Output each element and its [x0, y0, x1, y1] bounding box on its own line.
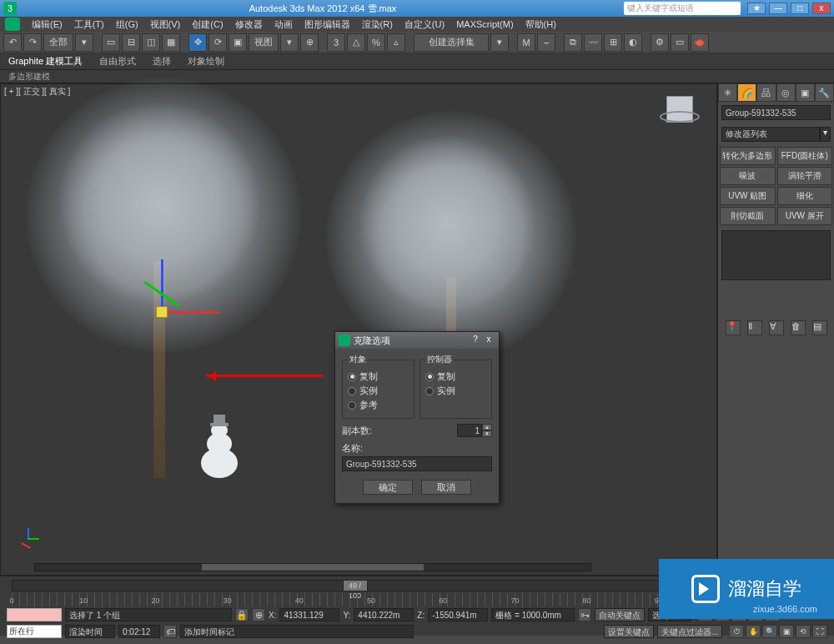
search-input[interactable]: 键入关键字或短语	[624, 2, 741, 15]
name-input[interactable]	[342, 456, 492, 471]
spinner-snap-button[interactable]: ▵	[387, 33, 405, 52]
menu-maxscript[interactable]: MAXScript(M)	[456, 19, 513, 29]
tab-graphite[interactable]: Graphite 建模工具	[8, 55, 83, 68]
time-ruler[interactable]: 0 10 20 30 40 50 60 70 80 90 100	[12, 593, 731, 606]
rendered-frame-button[interactable]: ▭	[671, 33, 689, 52]
modifier-list[interactable]	[721, 127, 820, 142]
btn-noise[interactable]: 噪波	[720, 167, 776, 185]
percent-snap-button[interactable]: %	[367, 33, 385, 52]
nav-maximize-icon[interactable]: ⛶	[812, 625, 827, 638]
menu-customize[interactable]: 自定义(U)	[404, 18, 445, 31]
menu-graph[interactable]: 图形编辑器	[304, 18, 350, 31]
radio-reference[interactable]: 参考	[348, 399, 409, 411]
ok-button[interactable]: 确定	[363, 480, 413, 495]
pivot-button[interactable]: ⊕	[300, 33, 319, 52]
radio-instance[interactable]: 实例	[348, 385, 409, 397]
curve-editor-button[interactable]: 〰	[584, 33, 602, 52]
time-config-button[interactable]: ⏱	[729, 625, 744, 638]
minilistener-input[interactable]: 所在行	[7, 625, 62, 638]
layers-button[interactable]: ⧉	[564, 33, 582, 52]
menu-help[interactable]: 帮助(H)	[525, 18, 556, 31]
mirror-button[interactable]: М	[517, 33, 535, 52]
render-button[interactable]: 🫖	[691, 33, 709, 52]
time-slider-thumb[interactable]: 49 / 100	[343, 580, 368, 591]
make-unique-icon[interactable]: ∀	[769, 320, 784, 335]
select-button[interactable]: ▭	[102, 33, 120, 52]
setkey-button[interactable]: 设置关键点	[604, 625, 654, 638]
transform-gizmo[interactable]	[133, 259, 208, 335]
select-region-button[interactable]: ◫	[142, 33, 160, 52]
menu-render[interactable]: 渲染(R)	[362, 18, 393, 31]
autokey-button[interactable]: 自动关键点	[595, 608, 645, 621]
panel-tab-utilities[interactable]: 🔧	[815, 83, 834, 102]
btn-ffd[interactable]: FFD(圆柱体)	[777, 147, 833, 165]
panel-tab-motion[interactable]: ◎	[776, 83, 796, 102]
viewport-scrollbar-h[interactable]	[34, 563, 591, 571]
menu-group[interactable]: 组(G)	[116, 18, 138, 31]
btn-uvwunwrap[interactable]: UVW 展开	[777, 207, 833, 225]
align-button[interactable]: ⫟	[537, 33, 555, 52]
btn-editpoly[interactable]: 转化为多边形	[720, 147, 776, 165]
viewcube[interactable]	[660, 93, 700, 133]
angle-snap-button[interactable]: △	[347, 33, 365, 52]
nav-zoom-icon[interactable]: 🔍	[762, 625, 777, 638]
dialog-close-button[interactable]: x	[482, 335, 495, 346]
cancel-button[interactable]: 取消	[421, 480, 471, 495]
copies-spinner[interactable]: ▲▼	[457, 424, 492, 437]
time-slider[interactable]: 49 / 100	[12, 580, 731, 591]
panel-tab-create[interactable]: ✳	[718, 83, 737, 102]
scale-button[interactable]: ▣	[229, 33, 247, 52]
menu-animation[interactable]: 动画	[274, 18, 293, 31]
panel-tab-hierarchy[interactable]: 品	[756, 83, 776, 102]
spinner-down[interactable]: ▼	[482, 430, 492, 437]
rotate-button[interactable]: ⟳	[208, 33, 227, 52]
maximize-button[interactable]: □	[791, 3, 809, 14]
dropdown-icon[interactable]: ▾	[490, 33, 509, 52]
keyfilter-button[interactable]: 关键点过滤器...	[657, 625, 722, 638]
time-tag-icon[interactable]: 🏷	[163, 625, 177, 638]
select-name-button[interactable]: ⊟	[122, 33, 140, 52]
tab-freeform[interactable]: 自由形式	[99, 55, 136, 68]
move-button[interactable]: ✥	[188, 33, 207, 52]
menu-modifiers[interactable]: 修改器	[235, 18, 263, 31]
dropdown-icon[interactable]: ▾	[280, 33, 299, 52]
menu-edit[interactable]: 编辑(E)	[32, 18, 63, 31]
pin-stack-icon[interactable]: 📍	[726, 320, 741, 335]
radio-copy[interactable]: 复制	[348, 370, 409, 383]
tab-selection[interactable]: 选择	[153, 55, 171, 68]
window-crossing-button[interactable]: ▦	[162, 33, 180, 52]
configure-icon[interactable]: ▤	[812, 320, 827, 335]
modifier-stack[interactable]	[721, 230, 831, 280]
redo-button[interactable]: ↷	[23, 33, 42, 52]
btn-tessellate[interactable]: 细化	[777, 187, 833, 205]
add-time-tag[interactable]: 添加时间标记	[180, 625, 414, 638]
script-listener[interactable]	[7, 608, 62, 621]
panel-tab-modify[interactable]: 🌈	[737, 83, 756, 102]
absolute-mode-icon[interactable]: ⊕	[252, 608, 265, 621]
app-icon[interactable]: 3	[3, 2, 17, 15]
dropdown-icon[interactable]: ▾	[75, 33, 93, 52]
menu-view[interactable]: 视图(V)	[150, 18, 181, 31]
dialog-help-button[interactable]: ?	[469, 335, 482, 346]
btn-uvwmap[interactable]: UVW 贴图	[720, 187, 776, 205]
close-button[interactable]: x	[812, 3, 831, 14]
ref-coord-button[interactable]: 视图	[249, 33, 279, 52]
object-name-input[interactable]	[721, 105, 831, 120]
remove-modifier-icon[interactable]: 🗑	[791, 320, 806, 335]
copies-input[interactable]	[457, 424, 482, 437]
nav-pan-icon[interactable]: ✋	[746, 625, 761, 638]
selection-scope[interactable]: 全部	[43, 33, 73, 52]
tab-paint[interactable]: 对象绘制	[188, 55, 224, 68]
show-end-result-icon[interactable]: Ⅱ	[747, 320, 762, 335]
btn-turbosmooth[interactable]: 涡轮平滑	[777, 167, 833, 185]
btn-slice[interactable]: 剖切截面	[720, 207, 776, 225]
material-editor-button[interactable]: ◐	[624, 33, 642, 52]
nav-orbit-icon[interactable]: ⟲	[796, 625, 811, 638]
lock-selection-icon[interactable]: 🔒	[235, 608, 249, 621]
named-selection[interactable]: 创建选择集	[414, 33, 489, 52]
render-setup-button[interactable]: ⚙	[651, 33, 669, 52]
spinner-up[interactable]: ▲	[482, 424, 492, 430]
dropdown-icon[interactable]: ▾	[820, 127, 831, 142]
undo-button[interactable]: ↶	[3, 33, 22, 52]
app-menu-button[interactable]	[5, 18, 20, 31]
